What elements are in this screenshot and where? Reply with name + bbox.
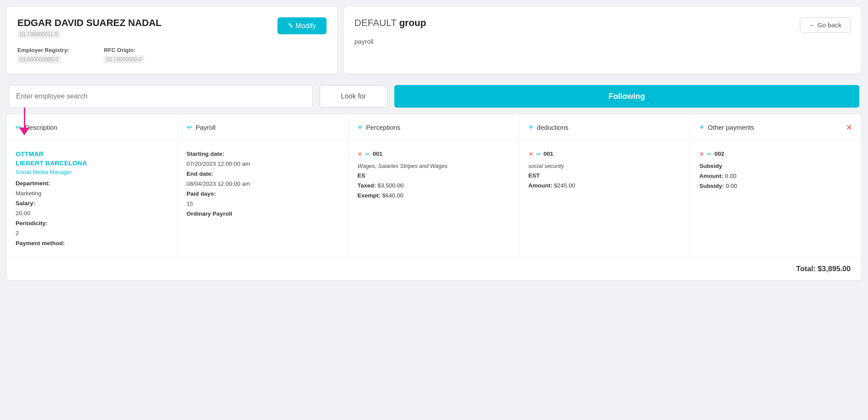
employee-name: EDGAR DAVID SUAREZ NADAL [17, 17, 162, 29]
payroll-column-header: ✏ Payroll [178, 115, 349, 140]
employee-id: 01 / 00000011 0 [17, 30, 60, 38]
deduction-type: EST [528, 171, 682, 181]
perception-country: ES [357, 171, 511, 181]
perceptions-cell: ✕ ✏ 001 Wages, Salaries Stripes and Wage… [349, 141, 520, 257]
employee-search-input[interactable] [9, 85, 313, 108]
main-table-card: ✏ Description ✏ Payroll + Perceptions + … [7, 115, 861, 280]
salary-value: 20.00 [16, 210, 30, 217]
payment-method-label: Payment method: [16, 240, 65, 246]
deductions-column-header: + deductions [520, 115, 691, 140]
data-row: OTTMAR LIEBERT BARCELONA Social Media Ma… [7, 141, 861, 257]
delete-other-payment-icon[interactable]: ✕ [699, 149, 704, 160]
other-payments-label: Other payments [708, 124, 754, 131]
plus-icon-other-payments[interactable]: + [699, 122, 704, 132]
employer-registry-value: 01-000000000-0 [17, 56, 61, 63]
periodicity-value: 2 [16, 230, 19, 236]
employee-role: Social Media Manager [16, 167, 169, 177]
deduction-code: 001 [544, 149, 554, 159]
search-row: Look for Following [7, 85, 861, 108]
employee-card: EDGAR DAVID SUAREZ NADAL 01 / 00000011 0… [7, 7, 337, 74]
other-payment-amount: Amount: 0.00 [699, 171, 852, 181]
other-payments-column-header: + Other payments ✕ [690, 115, 861, 140]
perception-code: 001 [373, 149, 383, 159]
total-row: Total: $3,895.00 [7, 257, 861, 280]
perception-description: Wages, Salaries Stripes and Wages [357, 161, 511, 171]
group-title: DEFAULT group [354, 17, 426, 29]
rfc-origin-label: RFC Origin: [104, 47, 144, 53]
column-headers: ✏ Description ✏ Payroll + Perceptions + … [7, 115, 861, 141]
other-payment-subsidy: Subsidy: 0.00 [699, 181, 852, 191]
department-value: Marketing [16, 190, 41, 197]
description-cell: OTTMAR LIEBERT BARCELONA Social Media Ma… [7, 141, 178, 257]
payroll-type: Ordinary Payroll [187, 210, 232, 217]
description-label: Description [25, 124, 57, 131]
delete-perception-icon[interactable]: ✕ [357, 149, 363, 160]
payroll-cell: Starting date: 07/20/2023 12:00:00 am En… [178, 141, 349, 257]
group-name: group [399, 17, 426, 28]
modify-button[interactable]: ✎ Modify [277, 17, 327, 34]
end-date-value: 08/04/2023 12:00:00 am [187, 180, 250, 187]
employer-registry-label: Employer Registry: [17, 47, 69, 53]
look-for-button[interactable]: Look for [320, 85, 387, 108]
plus-icon-deductions[interactable]: + [528, 122, 534, 132]
deduction-amount: Amount: $245.00 [528, 181, 682, 191]
group-card: DEFAULT group ← Go back payroll [344, 7, 861, 74]
close-icon-other-payments[interactable]: ✕ [846, 123, 852, 132]
go-back-button[interactable]: ← Go back [800, 17, 851, 33]
edit-perception-icon[interactable]: ✏ [365, 150, 370, 159]
rfc-origin-value: 01 / 0000000-0 [104, 56, 144, 63]
employee-first-name[interactable]: OTTMAR [16, 149, 169, 158]
other-payment-description: Subsidy [699, 161, 852, 171]
perceptions-label: Perceptions [366, 124, 400, 131]
end-date-label: End date: [187, 171, 214, 177]
paid-days-label: Paid days: [187, 190, 216, 197]
perceptions-column-header: + Perceptions [349, 115, 520, 140]
department-label: Department: [16, 180, 50, 187]
delete-deduction-icon[interactable]: ✕ [528, 149, 534, 160]
other-payments-cell: ✕ ✏ 002 Subsidy Amount: 0.00 Subsidy: 0.… [690, 141, 861, 257]
periodicity-label: Periodicity: [16, 220, 48, 226]
starting-date-label: Starting date: [187, 151, 224, 157]
other-payment-code: 002 [714, 149, 724, 159]
deduction-item-row: ✕ ✏ 001 [528, 149, 682, 160]
perception-exempt: Exempt: $640.00 [357, 191, 511, 201]
other-payment-item-row: ✕ ✏ 002 [699, 149, 852, 160]
starting-date-value: 07/20/2023 12:00:00 am [187, 161, 250, 167]
edit-icon-payroll[interactable]: ✏ [187, 123, 192, 131]
plus-icon-perceptions[interactable]: + [357, 122, 363, 132]
total-value: $3,895.00 [818, 265, 851, 273]
total-label: Total: [796, 265, 816, 273]
edit-icon-description[interactable]: ✏ [16, 123, 21, 131]
edit-other-payment-icon[interactable]: ✏ [707, 150, 712, 159]
salary-label: Salary: [16, 200, 35, 207]
perception-taxed: Taxed: $3,500.00 [357, 181, 511, 191]
paid-days-value: 15 [187, 200, 193, 207]
description-column-header: ✏ Description [7, 115, 178, 140]
payroll-label: Payroll [196, 124, 216, 131]
perception-item-row: ✕ ✏ 001 [357, 149, 511, 160]
group-prefix: DEFAULT [354, 17, 396, 28]
deductions-label: deductions [537, 124, 568, 131]
deductions-cell: ✕ ✏ 001 social security EST Amount: $245… [520, 141, 691, 257]
following-button[interactable]: Following [394, 85, 859, 108]
employee-last-name[interactable]: LIEBERT BARCELONA [16, 158, 169, 167]
edit-deduction-icon[interactable]: ✏ [536, 150, 541, 159]
deduction-description: social security [528, 161, 682, 171]
group-subtitle: payroll [354, 38, 851, 45]
